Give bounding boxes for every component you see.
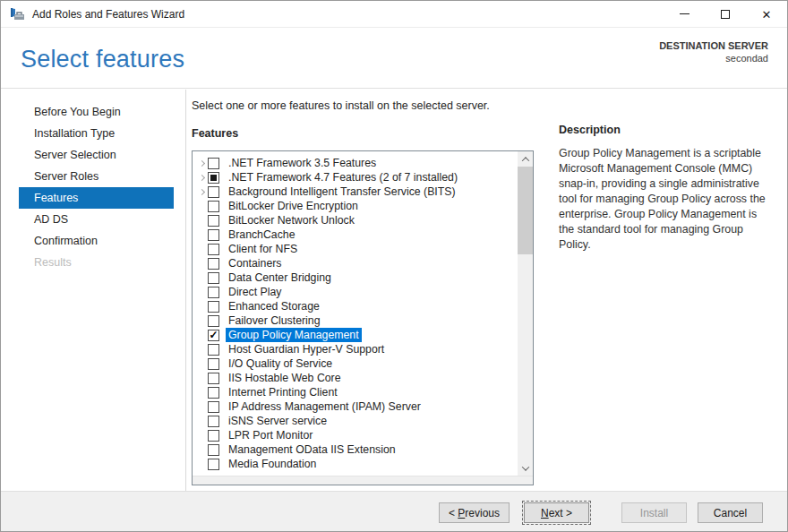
feature-checkbox[interactable] [208,344,219,356]
feature-row[interactable]: Internet Printing Client [193,385,517,399]
feature-row[interactable]: BranchCache [193,227,517,242]
sidebar-item-confirmation[interactable]: Confirmation [1,230,185,252]
feature-row[interactable]: BitLocker Drive Encryption [193,199,517,213]
feature-row[interactable]: Failover Clustering [193,313,517,328]
destination-server-block: DESTINATION SERVER secondad [659,39,768,64]
sidebar-item-server-roles[interactable]: Server Roles [1,166,185,187]
feature-row[interactable]: Enhanced Storage [193,299,517,313]
feature-label: iSNS Server service [226,414,330,428]
feature-checkbox[interactable] [208,358,219,370]
feature-checkbox[interactable] [208,416,219,427]
scrollbar-down-button[interactable] [518,460,533,476]
feature-row[interactable]: Background Intelligent Transfer Service … [193,184,517,199]
scrollbar-thumb[interactable] [518,167,533,254]
feature-label: I/O Quality of Service [226,356,335,371]
feature-label: .NET Framework 3.5 Features [226,156,379,170]
destination-server-label: DESTINATION SERVER [659,39,768,52]
feature-checkbox[interactable] [208,272,219,284]
feature-row[interactable]: Direct Play [193,285,517,299]
feature-checkbox[interactable] [208,201,219,212]
cancel-button-label: Cancel [714,507,747,519]
feature-checkbox[interactable] [208,459,219,470]
feature-row[interactable]: .NET Framework 3.5 Features [193,156,517,170]
feature-row[interactable]: Client for NFS [193,242,517,256]
sidebar-item-installation-type[interactable]: Installation Type [1,123,185,144]
feature-checkbox[interactable] [208,387,219,399]
feature-checkbox[interactable] [208,158,219,169]
previous-button-label: < [449,507,458,519]
install-button: Install [621,502,687,523]
expand-chevron-icon[interactable] [196,176,208,180]
sidebar-item-server-selection[interactable]: Server Selection [1,144,185,166]
feature-label: Failover Clustering [226,313,323,328]
minimize-icon [680,13,690,14]
minimize-button[interactable] [664,1,705,27]
feature-checkbox[interactable] [208,287,219,298]
feature-checkbox[interactable] [208,215,219,227]
feature-row[interactable]: BitLocker Network Unlock [193,213,517,227]
feature-row[interactable]: iSNS Server service [193,414,517,428]
feature-label: IP Address Management (IPAM) Server [226,399,424,414]
chevron-down-icon [521,463,528,470]
feature-label: Management OData IIS Extension [226,442,398,457]
feature-checkbox[interactable] [208,229,219,241]
feature-checkbox[interactable] [208,172,219,184]
sidebar-item-features[interactable]: Features [19,187,174,209]
features-list-label: Features [192,127,238,140]
feature-row[interactable]: Media Foundation [193,457,517,471]
sidebar-item-ad-ds[interactable]: AD DS [1,209,185,230]
maximize-button[interactable] [705,1,746,27]
close-button[interactable] [746,1,787,27]
expand-chevron-icon[interactable] [196,161,208,166]
vertical-scrollbar[interactable] [518,151,533,476]
cancel-button[interactable]: Cancel [698,502,763,523]
feature-label: Host Guardian Hyper-V Support [226,342,387,356]
feature-row[interactable]: IIS Hostable Web Core [193,371,517,385]
chevron-right-icon [199,188,205,194]
horizontal-scrollbar[interactable] [193,476,533,485]
feature-row[interactable]: Group Policy Management [193,328,517,342]
feature-row[interactable]: Containers [193,256,517,270]
destination-server-name: secondad [659,52,768,64]
feature-checkbox[interactable] [208,444,219,456]
feature-row[interactable]: Management OData IIS Extension [193,442,517,457]
next-button[interactable]: Next > [524,502,589,523]
feature-row[interactable]: Host Guardian Hyper-V Support [193,342,517,356]
feature-checkbox[interactable] [208,373,219,384]
footer-bar: < Previous Next > Install Cancel [1,491,787,531]
page-title: Select features [21,46,184,73]
feature-checkbox[interactable] [208,186,219,198]
feature-row[interactable]: .NET Framework 4.7 Features (2 of 7 inst… [193,170,517,184]
description-panel: Description Group Policy Management is a… [559,124,772,253]
wizard-header: Select features DESTINATION SERVER secon… [1,28,787,89]
window-controls [664,1,787,27]
sidebar-item-results: Results [1,252,185,273]
chevron-up-icon [521,157,528,164]
feature-row[interactable]: Data Center Bridging [193,270,517,285]
feature-label: Group Policy Management [226,328,362,342]
sidebar-nav: Before You BeginInstallation TypeServer … [1,90,186,491]
feature-checkbox[interactable] [208,244,219,255]
feature-checkbox[interactable] [208,315,219,327]
feature-row[interactable]: IP Address Management (IPAM) Server [193,399,517,414]
feature-checkbox[interactable] [208,330,219,341]
feature-checkbox[interactable] [208,401,219,413]
feature-row[interactable]: I/O Quality of Service [193,356,517,371]
feature-label: Direct Play [226,285,284,299]
feature-row[interactable]: LPR Port Monitor [193,428,517,442]
feature-label: Enhanced Storage [226,299,322,313]
feature-label: BitLocker Network Unlock [226,213,357,227]
previous-button[interactable]: < Previous [439,502,510,523]
sidebar-item-before-you-begin[interactable]: Before You Begin [1,101,185,123]
scrollbar-up-button[interactable] [518,151,533,167]
expand-chevron-icon[interactable] [196,190,208,194]
feature-checkbox[interactable] [208,301,219,313]
feature-label: Data Center Bridging [226,270,334,285]
feature-label: BitLocker Drive Encryption [226,199,361,213]
feature-label: LPR Port Monitor [226,428,315,442]
feature-label: Background Intelligent Transfer Service … [226,184,458,199]
feature-checkbox[interactable] [208,258,219,270]
wizard-window: Add Roles and Features Wizard Select fea… [0,0,788,532]
feature-checkbox[interactable] [208,430,219,442]
feature-label: Media Foundation [226,457,319,471]
